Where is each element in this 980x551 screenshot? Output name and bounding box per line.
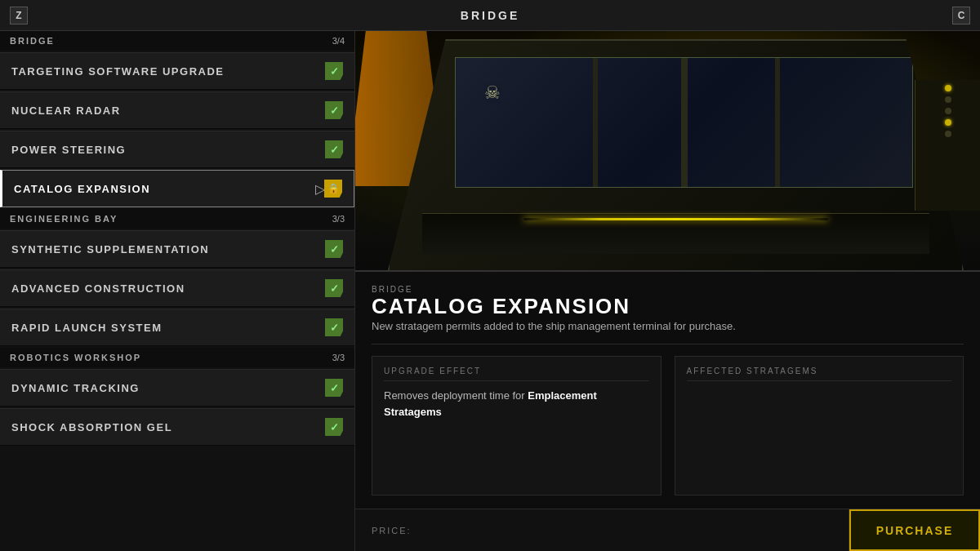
upgrade-item-catalog-expansion[interactable]: CATALOG EXPANSION▷🔒 [0, 170, 354, 207]
upgrade-label-catalog-expansion: CATALOG EXPANSION [14, 183, 150, 195]
section-count-engineering-bay: 3/3 [332, 214, 345, 224]
check-badge-rapid-launch-system: ✓ [325, 318, 343, 336]
ship-image: ☠ [355, 31, 980, 272]
section-header-bridge: BRIDGE 3/4 [0, 31, 354, 51]
upgrade-item-power-steering[interactable]: POWER STEERING✓ [0, 131, 354, 168]
key-c[interactable]: C [952, 7, 970, 24]
section-count-bridge: 3/4 [332, 36, 345, 46]
upgrade-effect-body: Removes deployment time for Emplacement … [384, 388, 649, 420]
detail-description: New stratagem permits added to the ship … [372, 320, 964, 332]
section-label-robotics-workshop: ROBOTICS WORKSHOP [10, 353, 141, 362]
left-panel: BRIDGE 3/4 TARGETING SOFTWARE UPGRADE✓NU… [0, 31, 355, 551]
check-badge-dynamic-tracking: ✓ [325, 379, 343, 397]
detail-title: CATALOG EXPANSION [372, 295, 964, 317]
cockpit-frame: ☠ [388, 39, 964, 270]
upgrade-label-power-steering: POWER STEERING [11, 144, 126, 156]
affected-stratagems-col: AFFECTED STRATAGEMS [675, 356, 964, 495]
upgrade-label-synthetic-supplementation: SYNTHETIC SUPPLEMENTATION [11, 243, 209, 256]
upgrade-label-dynamic-tracking: DYNAMIC TRACKING [11, 382, 140, 394]
upgrade-label-rapid-launch-system: RAPID LAUNCH SYSTEM [11, 322, 163, 334]
upgrade-label-nuclear-radar: NUCLEAR RADAR [11, 104, 121, 117]
key-z[interactable]: Z [10, 7, 28, 24]
section-label-bridge: BRIDGE [10, 36, 55, 46]
cursor-indicator: ▷ [315, 181, 325, 197]
cockpit-window: ☠ [455, 57, 913, 188]
right-panel: ☠ BRIDGE CATALOG EXPANSION New stratagem… [355, 31, 980, 551]
upgrade-label-shock-absorption-gel: SHOCK ABSORPTION GEL [11, 421, 172, 433]
upgrade-label-targeting-software-upgrade: TARGETING SOFTWARE UPGRADE [11, 65, 224, 78]
detail-category: BRIDGE [372, 285, 964, 294]
check-badge-advanced-construction: ✓ [325, 279, 343, 297]
lock-badge-catalog-expansion: 🔒 [324, 180, 342, 198]
section-count-robotics-workshop: 3/3 [332, 353, 345, 362]
check-badge-synthetic-supplementation: ✓ [325, 240, 343, 258]
price-section: PRICE: [355, 509, 849, 551]
header-title: BRIDGE [461, 9, 519, 22]
check-badge-shock-absorption-gel: ✓ [325, 418, 343, 436]
section-label-engineering-bay: ENGINEERING BAY [10, 214, 118, 224]
console-lights [422, 213, 929, 254]
upgrade-effect-col: UPGRADE EFFECT Removes deployment time f… [372, 356, 662, 495]
detail-divider [372, 344, 964, 344]
upgrade-item-synthetic-supplementation[interactable]: SYNTHETIC SUPPLEMENTATION✓ [0, 230, 354, 268]
upgrade-item-rapid-launch-system[interactable]: RAPID LAUNCH SYSTEM✓ [0, 309, 354, 346]
section-header-robotics-workshop: ROBOTICS WORKSHOP 3/3 [0, 348, 354, 367]
section-header-engineering-bay: ENGINEERING BAY 3/3 [0, 209, 354, 229]
main-layout: BRIDGE 3/4 TARGETING SOFTWARE UPGRADE✓NU… [0, 31, 980, 551]
detail-panel: BRIDGE CATALOG EXPANSION New stratagem p… [355, 272, 980, 509]
detail-columns: UPGRADE EFFECT Removes deployment time f… [372, 356, 964, 495]
check-badge-power-steering: ✓ [325, 140, 343, 158]
affected-stratagems-label: AFFECTED STRATAGEMS [687, 367, 952, 381]
upgrade-item-shock-absorption-gel[interactable]: SHOCK ABSORPTION GEL✓ [0, 408, 354, 446]
upgrade-label-advanced-construction: ADVANCED CONSTRUCTION [11, 282, 185, 295]
upgrade-item-advanced-construction[interactable]: ADVANCED CONSTRUCTION✓ [0, 269, 354, 307]
upgrade-item-targeting-software-upgrade[interactable]: TARGETING SOFTWARE UPGRADE✓ [0, 52, 354, 90]
check-badge-nuclear-radar: ✓ [325, 101, 343, 119]
price-label: PRICE: [372, 526, 412, 535]
upgrade-effect-text: Removes deployment time for [384, 389, 525, 402]
top-header: Z BRIDGE C [0, 0, 980, 31]
side-panel-right [915, 80, 980, 211]
purchase-button[interactable]: PURCHASE [849, 509, 980, 551]
upgrade-effect-label: UPGRADE EFFECT [384, 367, 649, 381]
skull-icon: ☠ [484, 82, 501, 104]
upgrade-item-nuclear-radar[interactable]: NUCLEAR RADAR✓ [0, 91, 354, 129]
upgrade-item-dynamic-tracking[interactable]: DYNAMIC TRACKING✓ [0, 369, 354, 407]
check-badge-targeting-software-upgrade: ✓ [325, 62, 343, 80]
bottom-bar: PRICE: PURCHASE [355, 509, 980, 551]
